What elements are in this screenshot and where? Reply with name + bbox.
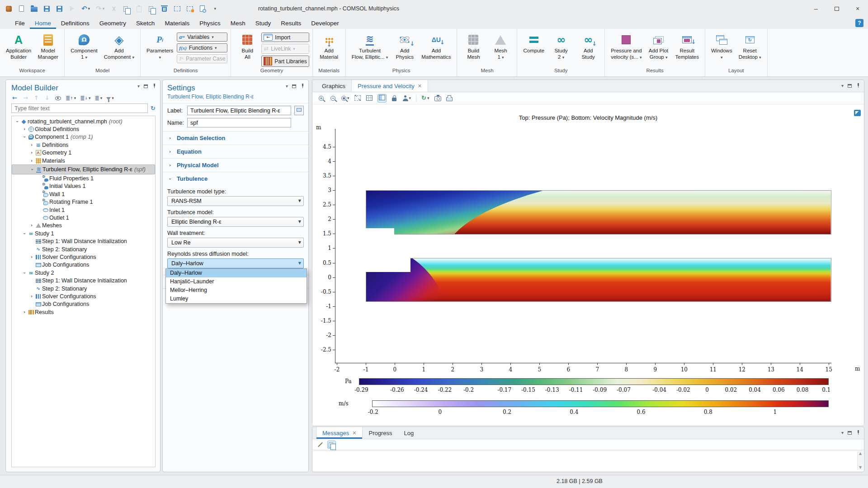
chevron-down-icon[interactable]: ▾	[137, 84, 140, 89]
zoom-extents[interactable]	[354, 95, 361, 101]
open-file[interactable]	[31, 5, 38, 12]
customize-chevron[interactable]: ▾	[212, 5, 218, 12]
close-button[interactable]: ×	[847, 0, 868, 17]
tree-item[interactable]: ›Solver Configurations	[12, 292, 155, 300]
pin-icon[interactable]	[856, 430, 860, 435]
name-input[interactable]	[187, 118, 291, 127]
parameter-case[interactable]: PiParameter Case	[177, 54, 227, 63]
show-hide[interactable]	[55, 96, 61, 100]
add-study[interactable]: ∞↓AddStudy	[575, 31, 601, 60]
windows[interactable]: Windows▾	[708, 31, 735, 60]
collapse-tree[interactable]: ≣↓▾	[80, 95, 90, 101]
pin-icon[interactable]	[856, 83, 860, 88]
paste[interactable]	[136, 5, 142, 12]
add-material[interactable]: ↓AddMaterial	[316, 31, 342, 60]
save-as[interactable]	[56, 6, 63, 12]
tree-item[interactable]: ›∞Study 2	[12, 269, 155, 277]
tree-item[interactable]: ›Solver Configurations	[12, 253, 155, 261]
part-libraries[interactable]: Part Libraries	[261, 56, 309, 67]
section-turbulence[interactable]: ›Turbulence	[163, 172, 308, 185]
tree-expander-icon[interactable]: ›	[22, 270, 27, 276]
help-button[interactable]: ?	[855, 19, 863, 27]
tree-expander-icon[interactable]: ›	[30, 167, 34, 172]
tree-item[interactable]: ›≋Turbulent Flow, Elliptic Blending R-ε(…	[12, 164, 155, 174]
section-physical-model[interactable]: ›Physical Model	[163, 158, 308, 172]
tab-messages[interactable]: Messages✕	[316, 427, 363, 439]
build-mesh[interactable]: BuildMesh	[460, 31, 486, 60]
tree-item[interactable]: ›Step 1: Wall Distance Initialization	[12, 277, 155, 284]
new-file[interactable]	[18, 5, 25, 12]
tree-item[interactable]: ›Job Configurations	[12, 300, 155, 308]
tree-item[interactable]: ›∿Step 2: Stationary	[12, 285, 155, 292]
messages-content[interactable]	[313, 450, 863, 471]
lock[interactable]	[391, 95, 398, 101]
tree-expander-icon[interactable]: ›	[29, 255, 34, 259]
node-grouping[interactable]: ≣▾	[95, 95, 103, 101]
tree-item[interactable]: ›◆rotating_turbulent_channel.mph(root)	[12, 117, 155, 125]
move-down[interactable]: ↓	[44, 95, 51, 101]
tree-item[interactable]: ›Results	[12, 308, 155, 316]
run[interactable]	[69, 6, 75, 11]
snapshot-camera[interactable]	[434, 95, 441, 101]
float-panel-icon[interactable]	[848, 84, 852, 88]
label-input[interactable]	[187, 106, 291, 115]
menu-study[interactable]: Study	[250, 17, 276, 29]
add-mathematics[interactable]: ΔU↓AddMathematics	[419, 31, 453, 60]
filter-input[interactable]	[11, 103, 148, 113]
build-all[interactable]: BuildAll	[234, 31, 260, 60]
variables[interactable]: a=Variables▾	[177, 33, 227, 42]
tab-pressure-and-velocity[interactable]: Pressure and Velocity✕	[351, 80, 428, 92]
tree-item[interactable]: ›Outlet 1	[12, 214, 155, 221]
tree-item[interactable]: ›≡Definitions	[12, 141, 155, 149]
dropdown-option[interactable]: Daly–Harlow	[166, 269, 307, 277]
tree-item[interactable]: ›∿Step 2: Stationary	[12, 245, 155, 253]
transparency[interactable]: ▾	[403, 95, 411, 101]
tab-graphics[interactable]: Graphics	[316, 80, 351, 92]
dropdown-option[interactable]: Hanjalić–Launder	[166, 277, 307, 286]
rename-button[interactable]	[294, 106, 304, 115]
plot-area[interactable]: Top: Pressure (Pa); Bottom: Velocity Mag…	[312, 104, 864, 425]
physics-interface[interactable]: ≋TurbulentFlow, Elliptic... ▾	[349, 31, 391, 60]
app-icon[interactable]	[5, 6, 12, 12]
import[interactable]: ←Import	[261, 33, 309, 42]
update[interactable]: ↻▾	[421, 95, 429, 101]
close-icon[interactable]: ✕	[352, 430, 356, 436]
tree-expander-icon[interactable]: ›	[22, 127, 27, 131]
menu-geometry[interactable]: Geometry	[94, 17, 131, 29]
plot-context-icon[interactable]	[854, 110, 861, 116]
model-manager[interactable]: ModelManager	[35, 31, 61, 60]
dropdown-option[interactable]: Lumley	[166, 295, 307, 303]
expand-tree[interactable]: ≣↑▾	[66, 95, 76, 101]
tree-item[interactable]: ›∞Study 1	[12, 230, 155, 237]
tree-item[interactable]: ›AGeometry 1	[12, 149, 155, 157]
tree-item[interactable]: ›Job Configurations	[12, 261, 155, 269]
select-low-re[interactable]: Low Re▼	[167, 238, 304, 248]
copy-log[interactable]	[328, 441, 335, 448]
close-icon[interactable]: ✕	[418, 83, 422, 89]
zoom-in[interactable]: +	[318, 96, 325, 101]
add-component[interactable]: ◈AddComponent ▾	[101, 31, 137, 60]
compute[interactable]: Compute	[520, 31, 547, 54]
copy[interactable]	[123, 5, 130, 12]
component-1[interactable]: ΩComponent1 ▾	[68, 31, 100, 60]
select-box[interactable]	[174, 6, 180, 11]
float-panel-icon[interactable]	[848, 431, 852, 435]
float-panel-icon[interactable]	[292, 84, 296, 88]
forward[interactable]: →	[22, 95, 29, 101]
maximize-button[interactable]	[826, 0, 847, 17]
move-up[interactable]: ↑	[33, 95, 40, 101]
section-equation[interactable]: ›Equation	[163, 145, 308, 158]
tree-expander-icon[interactable]: ›	[22, 231, 27, 236]
tree-expander-icon[interactable]: ›	[22, 134, 27, 140]
pin-icon[interactable]	[152, 84, 156, 89]
pin-icon[interactable]	[300, 84, 305, 89]
zoom-box[interactable]: ▪▾	[341, 96, 349, 101]
tree-item[interactable]: ›Materials	[12, 157, 155, 164]
menu-developer[interactable]: Developer	[306, 17, 344, 29]
tree-item[interactable]: ›Fluid Properties 1	[12, 174, 155, 182]
add-physics[interactable]: ↓AddPhysics	[392, 31, 418, 60]
menu-file[interactable]: File	[10, 17, 30, 29]
tree-item[interactable]: ›Initial Values 1	[12, 183, 155, 190]
study-2[interactable]: ∞Study2 ▾	[548, 31, 574, 60]
tree-item[interactable]: ›Inlet 1	[12, 206, 155, 214]
